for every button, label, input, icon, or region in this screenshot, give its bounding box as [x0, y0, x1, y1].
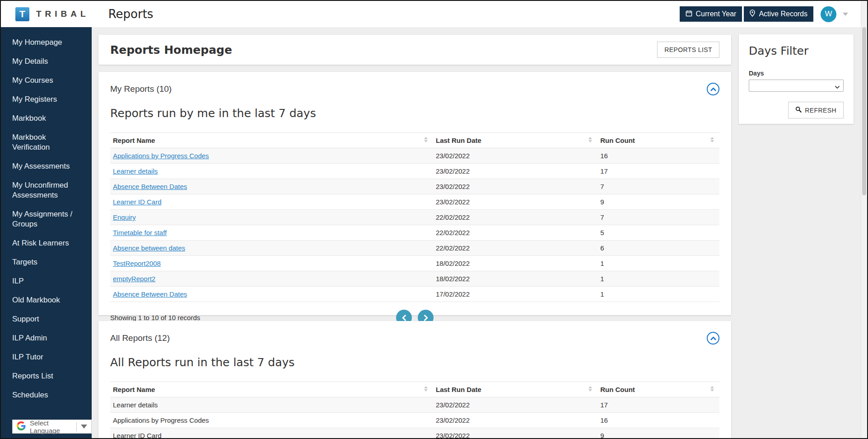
sidebar-item[interactable]: Reports List: [1, 367, 92, 386]
active-records-button[interactable]: Active Records: [744, 6, 813, 22]
collapse-section-button[interactable]: [707, 332, 719, 345]
table-row: Learner details 23/02/2022 17: [110, 397, 719, 413]
table-row: Applications by Progress Codes 23/02/202…: [110, 148, 719, 164]
run-count-cell: 7: [597, 210, 719, 225]
table-row: Timetable for staff 22/02/2022 5: [110, 225, 719, 241]
report-link[interactable]: Enquiry: [113, 213, 136, 221]
sidebar-item[interactable]: Support: [1, 310, 92, 329]
column-header-run-count[interactable]: Run Count: [597, 133, 719, 148]
run-count-cell: 17: [597, 164, 719, 179]
days-select[interactable]: [749, 80, 844, 92]
sidebar-item[interactable]: My Assessments: [1, 157, 92, 176]
chevron-up-icon: [710, 86, 716, 93]
table-row: Learner ID Card 23/02/2022 9: [110, 194, 719, 210]
run-count-cell: 1: [597, 271, 719, 287]
divider: [76, 422, 77, 431]
table-row: Enquiry 22/02/2022 7: [110, 210, 719, 225]
tribal-logo-icon: T: [15, 7, 29, 21]
active-records-label: Active Records: [759, 10, 807, 18]
sort-icon: [588, 137, 592, 142]
page-header-card: Reports Homepage REPORTS LIST: [98, 35, 731, 65]
main-content: Reports Homepage REPORTS LIST Days Filte…: [92, 27, 867, 438]
last-run-date-cell: 23/02/2022: [433, 413, 597, 428]
language-selector-label: Select Language: [30, 419, 72, 434]
sort-icon: [588, 386, 592, 392]
my-reports-heading: Reports run by me in the last 7 days: [110, 107, 719, 120]
sidebar-item[interactable]: Old Markbook: [1, 291, 92, 310]
report-name-cell: Applications by Progress Codes: [110, 413, 433, 428]
run-count-cell: 7: [597, 179, 719, 194]
report-link[interactable]: Timetable for staff: [113, 229, 167, 236]
my-reports-section: My Reports (10) Reports run by me in the…: [98, 72, 731, 315]
report-link[interactable]: Applications by Progress Codes: [113, 152, 209, 160]
run-count-cell: 16: [597, 148, 719, 164]
last-run-date-cell: 23/02/2022: [433, 148, 597, 164]
my-reports-section-title: My Reports (10): [110, 84, 172, 94]
sidebar-item[interactable]: My Courses: [1, 71, 92, 90]
column-header-report-name[interactable]: Report Name: [110, 382, 433, 397]
calendar-icon: [686, 10, 692, 19]
sidebar-item[interactable]: Targets: [1, 253, 92, 272]
avatar[interactable]: W: [821, 6, 836, 22]
collapse-section-button[interactable]: [707, 83, 719, 95]
all-reports-section-title: All Reports (12): [110, 333, 170, 343]
sidebar-item[interactable]: Schedules: [1, 386, 92, 405]
sidebar-item[interactable]: ILP Tutor: [1, 348, 92, 367]
chevron-down-icon[interactable]: [843, 13, 848, 16]
report-link[interactable]: TestReport2008: [113, 260, 161, 267]
sidebar-item[interactable]: Markbook Verification: [1, 128, 92, 157]
report-link[interactable]: emptyReport2: [113, 275, 155, 283]
run-count-cell: 5: [597, 225, 719, 241]
run-count-cell: 1: [597, 256, 719, 271]
sidebar-item[interactable]: Markbook: [1, 109, 92, 128]
report-link[interactable]: Absence between dates: [113, 244, 185, 252]
all-reports-table: Report Name Last Run Date Run Count: [110, 382, 719, 439]
last-run-date-cell: 23/02/2022: [433, 179, 597, 194]
column-header-run-count[interactable]: Run Count: [597, 382, 719, 397]
scrollbar-thumb[interactable]: [862, 27, 866, 195]
sidebar-item[interactable]: My Unconfirmed Assessments: [1, 176, 92, 205]
report-link[interactable]: Absence Between Dates: [113, 183, 187, 190]
sidebar-item[interactable]: My Registers: [1, 90, 92, 109]
sidebar-item[interactable]: ILP Admin: [1, 329, 92, 348]
my-reports-table: Report Name Last Run Date Run Count: [110, 132, 719, 302]
sidebar-item[interactable]: My Assignments / Groups: [1, 205, 92, 234]
run-count-cell: 1: [597, 287, 719, 302]
run-count-cell: 9: [597, 194, 719, 210]
sort-icon: [424, 137, 428, 142]
report-link[interactable]: Learner details: [113, 167, 158, 175]
all-reports-section: All Reports (12) All Reports run in the …: [98, 321, 731, 439]
topbar-page-title: Reports: [108, 7, 154, 21]
table-header-row: Report Name Last Run Date Run Count: [110, 382, 719, 397]
topbar-actions: Current Year Active Records W: [678, 6, 848, 22]
sidebar-item[interactable]: My Homepage: [1, 33, 92, 52]
page-title: Reports Homepage: [110, 43, 232, 57]
table-row: Applications by Progress Codes 23/02/202…: [110, 413, 719, 428]
dropdown-arrow-icon: [81, 425, 87, 429]
days-select-wrap: [749, 80, 844, 92]
last-run-date-cell: 22/02/2022: [433, 210, 597, 225]
sidebar-item[interactable]: ILP: [1, 272, 92, 291]
reports-list-button[interactable]: REPORTS LIST: [657, 42, 719, 58]
sidebar-item[interactable]: My Details: [1, 52, 92, 71]
language-selector[interactable]: Select Language: [12, 420, 92, 434]
all-reports-heading: All Reports run in the last 7 days: [110, 356, 719, 369]
column-header-report-name[interactable]: Report Name: [110, 133, 433, 148]
sidebar-item[interactable]: At Risk Learners: [1, 234, 92, 253]
vertical-scrollbar[interactable]: [861, 1, 867, 438]
table-row: Learner ID Card 23/02/2022 9: [110, 428, 719, 439]
last-run-date-cell: 17/02/2022: [433, 287, 597, 302]
table-row: Absence between dates 22/02/2022 6: [110, 241, 719, 256]
last-run-date-cell: 22/02/2022: [433, 241, 597, 256]
current-year-button[interactable]: Current Year: [680, 6, 742, 22]
run-count-cell: 9: [597, 428, 719, 439]
refresh-button[interactable]: REFRESH: [788, 102, 844, 118]
search-icon: [795, 106, 802, 114]
report-link[interactable]: Absence Between Dates: [113, 290, 187, 298]
report-link[interactable]: Learner ID Card: [113, 198, 162, 206]
sort-icon: [424, 386, 428, 392]
column-header-last-run-date[interactable]: Last Run Date: [433, 382, 597, 397]
column-header-last-run-date[interactable]: Last Run Date: [433, 133, 597, 148]
sort-icon: [710, 137, 714, 142]
last-run-date-cell: 22/02/2022: [433, 225, 597, 241]
